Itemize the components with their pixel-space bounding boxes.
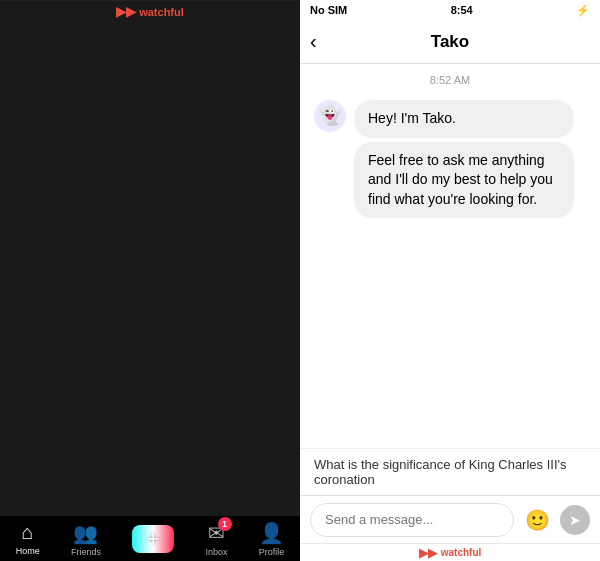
user-question: What is the significance of King Charles… <box>300 448 600 495</box>
add-button[interactable] <box>132 525 174 553</box>
bot-message-group: 👻 Hey! I'm Tako. Feel free to ask me any… <box>314 100 586 218</box>
carrier-right: No SIM <box>310 4 347 16</box>
watchful-logo-left: ▶▶ <box>116 4 136 19</box>
friends-label: Friends <box>71 547 101 557</box>
emoji-button[interactable]: 🙂 <box>522 505 552 535</box>
home-label: Home <box>16 546 40 556</box>
message-timestamp: 8:52 AM <box>314 74 586 86</box>
message-text-1: Hey! I'm Tako. <box>368 110 456 126</box>
chat-body: 8:52 AM 👻 Hey! I'm Tako. Feel free to as… <box>300 64 600 448</box>
nav-home[interactable]: ⌂ Home <box>16 521 40 556</box>
message-bubbles: Hey! I'm Tako. Feel free to ask me anyth… <box>354 100 574 218</box>
user-question-text: What is the significance of King Charles… <box>314 457 566 487</box>
nav-add[interactable] <box>132 525 174 553</box>
left-panel: No SIM ▾ 8:54 ▮▮▮ LIVE Following For You… <box>0 0 300 561</box>
chat-header: ‹ Tako <box>300 20 600 64</box>
message-bubble-2: Feel free to ask me anything and I'll do… <box>354 142 574 219</box>
message-bubble-1: Hey! I'm Tako. <box>354 100 574 138</box>
bottom-nav-wrap-left: ⌂ Home 👥 Friends ✉ Inbox 1 👤 Profile ▶▶ <box>0 0 300 561</box>
bot-avatar: 👻 <box>314 100 346 132</box>
send-button[interactable]: ➤ <box>560 505 590 535</box>
profile-label: Profile <box>259 547 285 557</box>
right-panel: No SIM 8:54 ⚡ ‹ Tako 8:52 AM 👻 Hey! I'm … <box>300 0 600 561</box>
message-input[interactable] <box>310 503 514 537</box>
watchful-text-left: watchful <box>139 6 184 18</box>
battery-area-right: ⚡ <box>576 4 590 17</box>
friends-icon: 👥 <box>73 521 98 545</box>
bot-ghost-icon: 👻 <box>319 105 341 127</box>
nav-profile[interactable]: 👤 Profile <box>259 521 285 557</box>
bottom-nav-left: ⌂ Home 👥 Friends ✉ Inbox 1 👤 Profile <box>0 515 300 561</box>
chat-title: Tako <box>431 32 469 52</box>
back-button[interactable]: ‹ <box>310 30 317 53</box>
message-text-2: Feel free to ask me anything and I'll do… <box>368 152 553 207</box>
chat-input-row: 🙂 ➤ <box>300 495 600 543</box>
nav-friends[interactable]: 👥 Friends <box>71 521 101 557</box>
watchful-brand-right: ▶▶ watchful <box>300 543 600 561</box>
watchful-logo-right: ▶▶ <box>419 546 437 560</box>
watchful-brand-left: ▶▶ watchful <box>0 0 300 20</box>
time-right: 8:54 <box>451 4 473 16</box>
home-icon: ⌂ <box>22 521 34 544</box>
battery-icon-right: ⚡ <box>576 4 590 17</box>
inbox-label: Inbox <box>206 547 228 557</box>
watchful-text-right: watchful <box>441 547 482 558</box>
nav-inbox[interactable]: ✉ Inbox 1 <box>206 521 228 557</box>
profile-icon: 👤 <box>259 521 284 545</box>
status-bar-right: No SIM 8:54 ⚡ <box>300 0 600 20</box>
send-icon: ➤ <box>569 512 581 528</box>
inbox-badge: 1 <box>218 517 232 531</box>
